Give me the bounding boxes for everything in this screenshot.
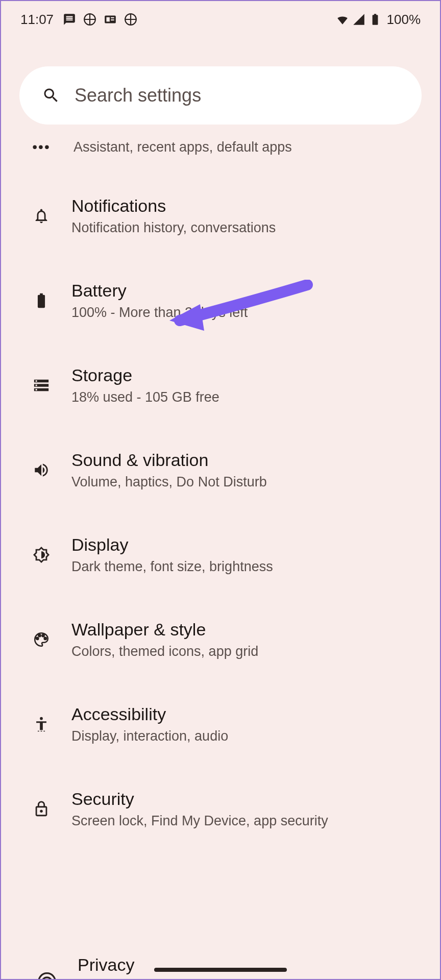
setting-item-sound[interactable]: Sound & vibration Volume, haptics, Do No…: [19, 428, 422, 512]
setting-title: Display: [71, 535, 273, 555]
lock-icon: [32, 799, 51, 819]
setting-subtitle: Colors, themed icons, app grid: [71, 644, 258, 659]
notification-icons: [63, 13, 137, 26]
setting-title: Battery: [71, 281, 248, 301]
status-bar: 11:07 100%: [1, 1, 440, 38]
navigation-bar[interactable]: [154, 968, 287, 972]
svg-rect-10: [41, 731, 42, 731]
status-bar-right: 100%: [336, 12, 421, 28]
svg-point-5: [38, 634, 40, 636]
status-time: 11:07: [20, 12, 54, 28]
setting-subtitle: Volume, haptics, Do Not Disturb: [71, 474, 267, 490]
battery-percentage: 100%: [387, 12, 421, 28]
storage-icon: [32, 376, 51, 395]
setting-item-storage[interactable]: Storage 18% used - 105 GB free: [19, 343, 422, 428]
search-icon: [42, 86, 60, 105]
accessibility-icon: [32, 715, 51, 734]
battery-icon: [369, 13, 382, 26]
setting-subtitle: 18% used - 105 GB free: [71, 389, 219, 405]
svg-rect-3: [111, 19, 114, 20]
setting-title: Storage: [71, 365, 219, 385]
svg-point-4: [36, 638, 38, 640]
setting-item-apps-partial[interactable]: ••• Assistant, recent apps, default apps: [19, 129, 422, 174]
privacy-icon-partial: [37, 972, 57, 980]
setting-subtitle: Dark theme, font size, brightness: [71, 559, 273, 575]
svg-rect-11: [43, 731, 45, 731]
setting-item-accessibility[interactable]: Accessibility Display, interaction, audi…: [19, 682, 422, 767]
message-icon: [63, 13, 76, 26]
setting-item-display[interactable]: Display Dark theme, font size, brightnes…: [19, 512, 422, 597]
svg-point-7: [44, 638, 46, 640]
bell-icon: [32, 206, 51, 226]
setting-title: Wallpaper & style: [71, 620, 258, 640]
wifi-icon: [336, 13, 349, 26]
pinwheel-icon-2: [124, 13, 137, 26]
setting-title: Notifications: [71, 196, 276, 216]
settings-list: ••• Assistant, recent apps, default apps…: [1, 129, 440, 851]
news-icon: [104, 13, 117, 26]
signal-icon: [352, 13, 365, 26]
status-bar-left: 11:07: [20, 12, 137, 28]
setting-item-battery[interactable]: Battery 100% - More than 2 days left: [19, 258, 422, 343]
setting-title: Security: [71, 789, 328, 809]
setting-item-security[interactable]: Security Screen lock, Find My Device, ap…: [19, 767, 422, 851]
setting-subtitle: Screen lock, Find My Device, app securit…: [71, 813, 328, 829]
palette-icon: [32, 630, 51, 649]
setting-title: Accessibility: [71, 704, 228, 724]
search-settings-bar[interactable]: Search settings: [19, 66, 422, 125]
svg-rect-9: [38, 731, 39, 731]
brightness-icon: [32, 545, 51, 565]
search-placeholder: Search settings: [75, 85, 201, 106]
pinwheel-icon: [83, 13, 96, 26]
svg-rect-1: [106, 17, 110, 22]
svg-point-8: [40, 717, 43, 720]
setting-item-privacy-partial[interactable]: Privacy: [78, 955, 134, 975]
battery-setting-icon: [32, 291, 51, 310]
setting-subtitle: 100% - More than 2 days left: [71, 305, 248, 321]
svg-point-6: [42, 634, 44, 636]
setting-subtitle: Notification history, conversations: [71, 220, 276, 236]
setting-subtitle: Display, interaction, audio: [71, 728, 228, 744]
svg-rect-2: [111, 17, 114, 18]
volume-icon: [32, 460, 51, 480]
setting-title: Sound & vibration: [71, 450, 267, 470]
setting-item-wallpaper[interactable]: Wallpaper & style Colors, themed icons, …: [19, 597, 422, 682]
more-icon: •••: [32, 139, 51, 155]
setting-item-notifications[interactable]: Notifications Notification history, conv…: [19, 174, 422, 258]
setting-subtitle: Assistant, recent apps, default apps: [74, 139, 292, 155]
